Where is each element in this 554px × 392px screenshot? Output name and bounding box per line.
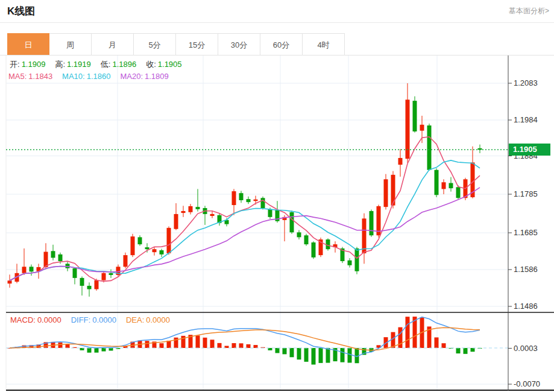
- legend-item: 高:1.1919: [55, 60, 90, 69]
- axis-tick-label: 1.1785: [514, 189, 538, 198]
- axis-tick-label: 1.1586: [514, 265, 538, 274]
- legend-item: MA10:1.1860: [62, 72, 110, 81]
- axis-tick-label: 1.1685: [514, 228, 538, 237]
- legend-item: DEA:0.0000: [126, 315, 170, 324]
- tab-周[interactable]: 周: [49, 33, 92, 55]
- ohlc-legend: 开:1.1909高:1.1919低:1.1896收:1.1905: [10, 59, 192, 70]
- tab-15分[interactable]: 15分: [176, 33, 218, 55]
- legend-item: 开:1.1909: [10, 60, 45, 69]
- legend-item: MA5:1.1843: [8, 72, 52, 81]
- fundamental-analysis-link[interactable]: 基本面分析>: [509, 6, 549, 16]
- tab-月[interactable]: 月: [92, 33, 134, 55]
- tab-4时[interactable]: 4时: [303, 33, 345, 55]
- legend-item: DIFF:0.0000: [71, 315, 116, 324]
- legend-item: 低:1.1896: [101, 60, 136, 69]
- tab-30分[interactable]: 30分: [218, 33, 260, 55]
- widget-header: K线图 基本面分析>: [0, 0, 554, 23]
- axis-tick-label: -0.0070: [514, 379, 540, 388]
- page-title: K线图: [7, 4, 35, 18]
- timeframe-tabs: 日周月5分15分30分60分4时: [7, 33, 345, 55]
- macd-legend: MACD:0.0000DIFF:0.0000DEA:0.0000: [10, 315, 180, 324]
- chart-area: 开:1.1909高:1.1919低:1.1896收:1.1905 MA5:1.1…: [0, 55, 554, 392]
- tab-5分[interactable]: 5分: [134, 33, 176, 55]
- axis-tick-label: 1.2083: [514, 78, 538, 87]
- kline-chart-canvas[interactable]: [0, 55, 554, 392]
- legend-item: MA20:1.1809: [120, 72, 168, 81]
- axis-tick-label: 1.1984: [514, 115, 538, 124]
- tab-日[interactable]: 日: [7, 33, 49, 55]
- legend-item: 收:1.1905: [146, 60, 181, 69]
- axis-tick-label: 0.0003: [514, 344, 538, 353]
- tab-60分[interactable]: 60分: [260, 33, 303, 55]
- ma-legend: MA5:1.1843MA10:1.1860MA20:1.1809: [8, 72, 178, 81]
- legend-item: MACD:0.0000: [10, 315, 61, 324]
- current-price-tag: 1.1905: [509, 144, 550, 156]
- axis-tick-label: 1.1486: [514, 302, 538, 311]
